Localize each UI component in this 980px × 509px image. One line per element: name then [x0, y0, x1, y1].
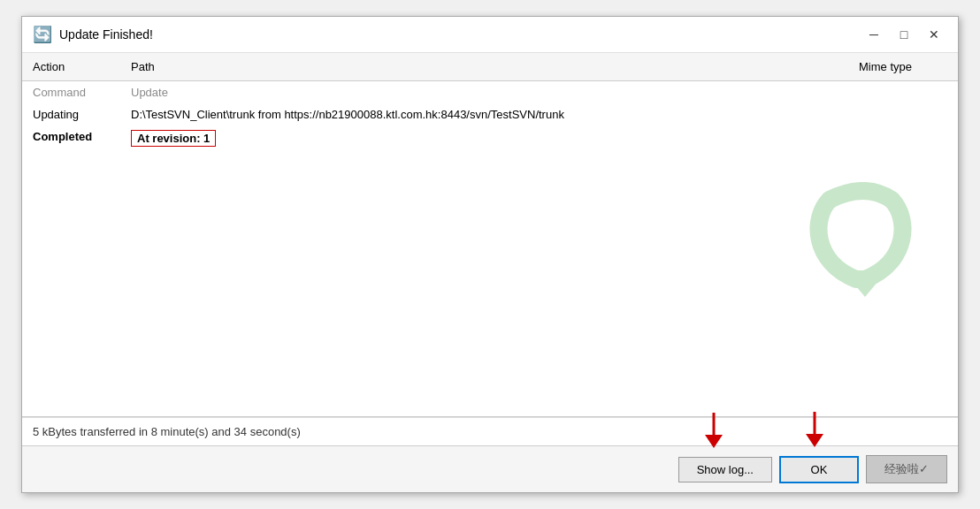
arrow-ok-icon [801, 412, 828, 447]
title-bar: 🔄 Update Finished! ─ □ ✕ [22, 17, 958, 53]
row-updating-mimetype [852, 105, 958, 112]
table-row: Updating D:\TestSVN_Client\trunk from ht… [22, 103, 958, 125]
row-command-mimetype [852, 83, 958, 90]
show-log-button[interactable]: Show log... [678, 457, 772, 482]
row-completed-mimetype [852, 127, 958, 134]
table-area: Action Path Mime type Command Update Upd… [22, 53, 958, 417]
header-mimetype: Mime type [852, 57, 958, 77]
header-path: Path [124, 57, 852, 77]
revision-badge: At revision: 1 [131, 130, 216, 147]
minimize-button[interactable]: ─ [861, 24, 887, 45]
ok-button[interactable]: OK [779, 456, 859, 483]
row-completed-action: Completed [22, 127, 124, 146]
main-window: 🔄 Update Finished! ─ □ ✕ Action Path Mim… [21, 16, 959, 493]
table-header: Action Path Mime type [22, 53, 958, 81]
maximize-button[interactable]: □ [891, 24, 917, 45]
table-body: Command Update Updating D:\TestSVN_Clien… [22, 81, 958, 151]
row-command-path: Update [124, 83, 852, 102]
row-updating-path: D:\TestSVN_Client\trunk from https://nb2… [124, 105, 852, 124]
window-title: Update Finished! [59, 27, 861, 42]
transfer-status: 5 kBytes transferred in 8 minute(s) and … [33, 425, 301, 438]
main-content: Action Path Mime type Command Update Upd… [22, 53, 958, 492]
refresh-arrow-icon [808, 182, 923, 297]
table-row: Command Update [22, 81, 958, 103]
table-row: Completed At revision: 1 [22, 125, 958, 151]
row-completed-path: At revision: 1 [124, 127, 852, 149]
extra-button[interactable]: 经验啦✓ [866, 455, 947, 483]
close-button[interactable]: ✕ [921, 24, 947, 45]
footer: Show log... OK 经验啦✓ [22, 445, 958, 492]
window-controls: ─ □ ✕ [861, 24, 947, 45]
arrow-showlog-icon [701, 413, 727, 448]
row-updating-action: Updating [22, 105, 124, 124]
svg-marker-4 [806, 434, 823, 447]
svg-marker-2 [705, 435, 723, 448]
header-action: Action [22, 57, 124, 77]
row-command-action: Command [22, 83, 124, 102]
window-icon: 🔄 [33, 25, 52, 44]
